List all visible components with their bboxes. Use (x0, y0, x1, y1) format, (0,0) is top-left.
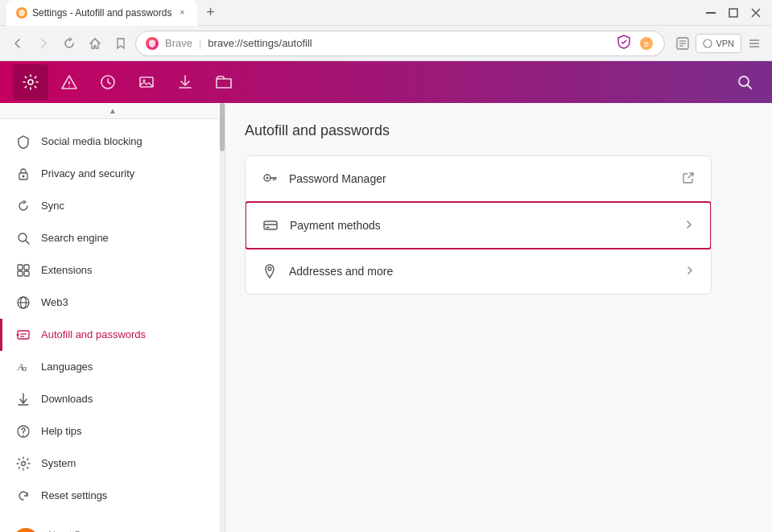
sidebar-item-privacy-and-security[interactable]: Privacy and security (0, 158, 225, 190)
svg-point-11 (704, 39, 712, 47)
active-tab[interactable]: Settings - Autofill and passwords × (6, 0, 197, 26)
search-engine-icon (15, 230, 31, 246)
password-manager-icon (262, 171, 278, 187)
bookmarks-toolbar-icon[interactable] (206, 64, 242, 100)
forward-button[interactable] (32, 32, 55, 55)
content-area: Autofill and passwords Password Manager … (225, 103, 772, 532)
url-right-icons: B (616, 34, 654, 52)
top-toolbar (0, 61, 772, 103)
sidebar-item-languages-label: Languages (41, 361, 93, 374)
url-bar[interactable]: Brave | brave://settings/autofill B (135, 31, 665, 56)
vpn-button[interactable]: VPN (696, 34, 741, 53)
svg-point-17 (68, 86, 70, 88)
warnings-toolbar-icon[interactable] (52, 64, 87, 100)
tab-bar: Settings - Autofill and passwords × + (6, 0, 701, 26)
media-toolbar-icon[interactable] (129, 64, 164, 100)
history-toolbar-icon[interactable] (90, 64, 126, 100)
home-button[interactable] (84, 32, 106, 55)
sidebar-item-web3[interactable]: Web3 (0, 287, 225, 319)
minimize-button[interactable] (701, 3, 720, 23)
sidebar-item-extensions[interactable]: Extensions (0, 254, 225, 287)
tab-close-button[interactable]: × (176, 7, 188, 19)
sidebar-item-privacy-label: Privacy and security (41, 167, 134, 181)
web3-icon (15, 295, 31, 311)
svg-rect-2 (729, 9, 737, 17)
reload-button[interactable] (58, 32, 81, 55)
sidebar-item-autofill-label: Autofill and passwords (41, 328, 146, 342)
svg-point-0 (19, 9, 25, 15)
new-tab-button[interactable]: + (200, 3, 220, 23)
payment-methods-row[interactable]: Payment methods (245, 201, 712, 250)
sidebar-item-search-label: Search engine (41, 232, 109, 245)
svg-rect-35 (18, 331, 29, 339)
tab-favicon (16, 7, 27, 19)
brave-shield-icon (146, 37, 159, 50)
sidebar-item-autofill[interactable]: Autofill and passwords (0, 319, 225, 351)
scroll-up-arrow[interactable]: ▲ (0, 103, 225, 119)
svg-rect-50 (264, 221, 277, 229)
svg-rect-30 (18, 271, 23, 276)
sidebar-scrollbar-thumb[interactable] (220, 103, 225, 151)
settings-toolbar-icon[interactable] (13, 64, 48, 100)
svg-point-25 (23, 175, 25, 178)
svg-point-53 (268, 267, 271, 270)
reading-list-button[interactable] (671, 32, 694, 55)
reset-icon (15, 488, 31, 504)
sidebar-item-reset-settings[interactable]: Reset settings (0, 480, 225, 512)
sidebar-item-social-media-blocking[interactable]: Social media blocking (0, 126, 225, 158)
sidebar-item-system-label: System (41, 457, 76, 471)
svg-text:B: B (644, 40, 649, 48)
main-layout: ▲ Social media blocking Privacy and secu… (0, 103, 772, 532)
svg-line-27 (26, 241, 29, 244)
svg-point-15 (28, 80, 33, 85)
svg-line-23 (748, 85, 752, 89)
close-button[interactable] (746, 3, 766, 23)
svg-point-44 (22, 462, 26, 466)
addresses-icon (262, 263, 278, 279)
brave-shield-btn[interactable] (616, 34, 632, 52)
downloads-toolbar-icon[interactable] (167, 64, 203, 100)
svg-rect-1 (706, 12, 716, 14)
svg-rect-28 (18, 265, 23, 270)
sidebar-item-languages[interactable]: Aα Languages (0, 351, 225, 383)
sidebar-scrollbar[interactable] (220, 103, 225, 532)
sidebar-item-reset-label: Reset settings (41, 489, 107, 503)
bookmark-button[interactable] (109, 32, 132, 55)
svg-point-20 (143, 80, 146, 82)
external-link-icon (682, 171, 695, 187)
settings-list: Password Manager Payment methods (245, 155, 712, 295)
url-separator: | (199, 37, 201, 49)
password-manager-row[interactable]: Password Manager (246, 156, 711, 202)
sidebar-item-system[interactable]: System (0, 447, 225, 480)
sidebar-item-help-tips[interactable]: Help tips (0, 415, 225, 447)
social-media-blocking-icon (15, 134, 31, 150)
window-controls (701, 3, 766, 23)
top-search-button[interactable] (730, 68, 759, 97)
hamburger-menu-button[interactable] (743, 32, 766, 55)
page-title: Autofill and passwords (245, 122, 753, 139)
brave-rewards-btn[interactable]: B (638, 35, 654, 52)
addresses-and-more-row[interactable]: Addresses and more (246, 249, 711, 294)
address-bar: Brave | brave://settings/autofill B VPN (0, 26, 772, 61)
maximize-button[interactable] (724, 3, 743, 23)
autofill-icon (15, 327, 31, 343)
sidebar-item-sync[interactable]: Sync (0, 190, 225, 222)
sidebar-navigation: Social media blocking Privacy and securi… (0, 119, 225, 518)
about-section: About Brave v 1.58.135 (0, 518, 225, 532)
tab-title: Settings - Autofill and passwords (32, 7, 171, 19)
help-icon (15, 423, 31, 439)
sidebar-item-downloads[interactable]: Downloads (0, 383, 225, 415)
extra-toolbar-icons: VPN (671, 32, 766, 55)
back-button[interactable] (6, 32, 29, 55)
svg-rect-31 (24, 271, 29, 276)
payment-methods-icon (262, 217, 279, 233)
title-bar: Settings - Autofill and passwords × + (0, 0, 772, 26)
svg-text:α: α (23, 365, 27, 373)
addresses-and-more-label: Addresses and more (289, 265, 674, 278)
sidebar-item-search-engine[interactable]: Search engine (0, 222, 225, 254)
url-brand: Brave (165, 37, 192, 49)
svg-point-26 (19, 233, 27, 241)
sidebar-item-web3-label: Web3 (41, 296, 68, 310)
sidebar-item-help-label: Help tips (41, 425, 82, 439)
password-manager-label: Password Manager (289, 172, 671, 185)
